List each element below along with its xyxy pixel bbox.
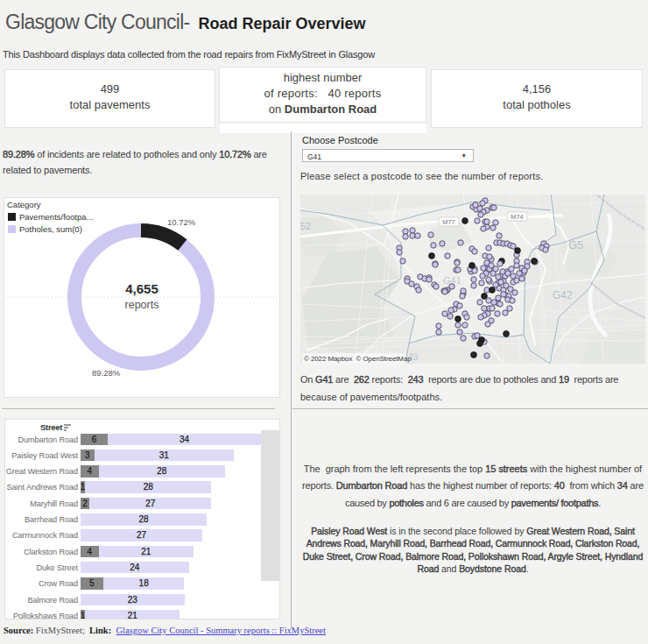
svg-text:Pavements/footpa...: Pavements/footpa...: [19, 212, 94, 222]
svg-text:Potholes, sum(0): Potholes, sum(0): [19, 224, 82, 234]
svg-text:52: 52: [300, 221, 311, 231]
svg-text:© 2022 Mapbox © OpenStreetMap: © 2022 Mapbox © OpenStreetMap: [304, 355, 412, 363]
svg-text:10.72%: 10.72%: [167, 217, 196, 227]
svg-text:M77: M77: [442, 218, 455, 226]
svg-text:89.28%: 89.28%: [92, 368, 121, 378]
svg-text:4,655: 4,655: [125, 281, 158, 296]
svg-text:reports: reports: [125, 299, 159, 311]
svg-text:Category: Category: [7, 200, 41, 209]
svg-text:G42: G42: [553, 289, 573, 301]
svg-text:M74: M74: [511, 213, 524, 221]
svg-text:G5: G5: [568, 238, 583, 251]
